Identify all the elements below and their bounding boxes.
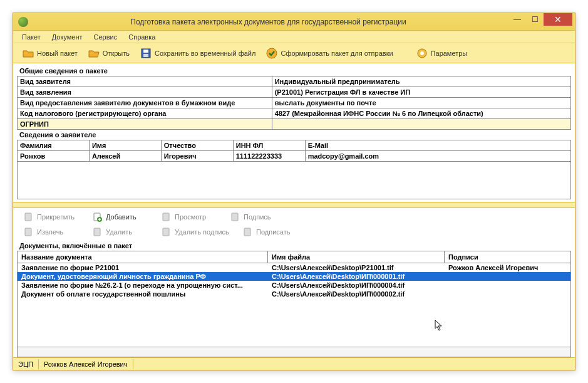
docs-list[interactable]: Заявление по форме Р21001C:\Users\Алексе…	[18, 263, 570, 347]
col-filename[interactable]: Имя файла	[268, 251, 445, 263]
cell-middlename: Игоревич	[161, 151, 233, 162]
svg-rect-1	[143, 50, 148, 53]
col-lastname[interactable]: Фамилия	[18, 140, 90, 151]
params-button[interactable]: Параметры	[411, 46, 473, 61]
delete-icon	[91, 226, 103, 238]
btn-label: Прикрепить	[37, 213, 75, 221]
delete-sign-icon	[160, 226, 172, 238]
add-button[interactable]: Добавить	[86, 209, 155, 224]
svg-rect-10	[232, 213, 238, 221]
btn-label: Удалить	[106, 228, 132, 236]
toolbar-label: Открыть	[103, 50, 130, 57]
cell-lastname: Рожков	[18, 151, 90, 162]
general-value: 4827 (Межрайонная ИФНС России № 6 по Лип…	[272, 108, 570, 119]
maximize-button[interactable]: ☐	[526, 13, 544, 26]
col-inn[interactable]: ИНН ФЛ	[233, 140, 305, 151]
doc-name: Документ об оплате государственной пошли…	[18, 290, 268, 298]
row-tax-code[interactable]: Код налогового (регистрирующего) органа4…	[18, 108, 571, 119]
view-icon	[160, 211, 172, 223]
main-toolbar: Новый пакет Открыть Сохранить во временн…	[13, 43, 575, 63]
dosign-icon	[241, 226, 254, 238]
svg-rect-9	[163, 213, 169, 221]
btn-label: Добавить	[106, 213, 137, 221]
svg-rect-12	[94, 228, 100, 236]
row-ogrnip[interactable]: ОГРНИП	[18, 119, 571, 130]
docs-panel: Название документа Имя файла Подписи Зая…	[17, 251, 571, 357]
dosign-button[interactable]: Подписать	[236, 224, 305, 239]
menu-document[interactable]: Документ	[47, 32, 88, 42]
col-firstname[interactable]: Имя	[89, 140, 161, 151]
doc-sign: Рожков Алексей Игоревич	[445, 263, 570, 272]
window-title: Подготовка пакета электронных документов…	[28, 18, 508, 26]
floppy-save-icon	[140, 47, 152, 60]
extract-button[interactable]: Извлечь	[17, 224, 86, 239]
btn-label: Удалить подпись	[175, 228, 229, 236]
cell-firstname: Алексей	[89, 151, 161, 162]
toolbar-label: Сохранить во временный файл	[155, 50, 255, 57]
content-area: Общие сведения о пакете Вид заявителяИнд…	[13, 63, 575, 357]
row-applicant-type[interactable]: Вид заявителяИндивидуальный предпринимат…	[18, 76, 571, 87]
doc-row[interactable]: Документ, удостоверяющий личность гражда…	[18, 272, 570, 281]
applicant-empty-area	[17, 162, 571, 199]
btn-label: Подписать	[256, 228, 290, 236]
minimize-button[interactable]: —	[508, 13, 526, 26]
menu-help[interactable]: Справка	[123, 32, 160, 42]
titlebar[interactable]: Подготовка пакета электронных документов…	[13, 13, 575, 31]
general-value: Индивидуальный предприниматель	[272, 76, 570, 87]
applicant-title: Сведения о заявителе	[17, 130, 571, 140]
open-button[interactable]: Открыть	[83, 46, 135, 61]
col-email[interactable]: E-Mail	[305, 140, 570, 151]
sign-icon	[229, 211, 241, 223]
svg-rect-13	[163, 228, 169, 236]
col-docname[interactable]: Название документа	[18, 251, 268, 263]
btn-label: Просмотр	[175, 213, 206, 221]
applicant-row[interactable]: Рожков Алексей Игоревич 111122223333 mad…	[18, 151, 571, 162]
general-label: Вид заявления	[18, 87, 272, 98]
applicant-table: Фамилия Имя Отчество ИНН ФЛ E-Mail Рожко…	[17, 140, 571, 162]
doc-row[interactable]: Заявление по форме Р21001C:\Users\Алексе…	[18, 263, 570, 272]
menu-service[interactable]: Сервис	[89, 32, 123, 42]
btn-label: Подпись	[244, 213, 271, 221]
doc-file: C:\Users\Алексей\Desktop\P21001.tif	[268, 263, 445, 272]
col-signs[interactable]: Подписи	[445, 251, 570, 263]
doc-file: C:\Users\Алексей\Desktop\ИП\000004.tif	[268, 281, 445, 290]
folder-new-icon	[22, 47, 34, 60]
docs-title: Документы, включённые в пакет	[17, 241, 571, 251]
view-button[interactable]: Просмотр	[155, 209, 224, 224]
col-middlename[interactable]: Отчество	[161, 140, 233, 151]
window-buttons: — ☐ ✕	[508, 13, 572, 26]
svg-rect-14	[244, 228, 250, 236]
svg-point-5	[420, 51, 424, 55]
attach-icon	[22, 211, 34, 223]
close-button[interactable]: ✕	[544, 13, 572, 26]
svg-rect-2	[143, 54, 148, 57]
sign-button[interactable]: Подпись	[224, 209, 292, 224]
svg-rect-11	[25, 228, 31, 236]
form-pack-button[interactable]: Сформировать пакет для отправки	[260, 46, 398, 61]
general-value	[272, 119, 570, 130]
doc-row[interactable]: Заявление по форме №26.2-1 (о переходе н…	[18, 281, 570, 290]
statusbar: ЭЦП Рожков Алексей Игоревич	[13, 357, 575, 370]
docs-header: Название документа Имя файла Подписи	[18, 251, 570, 263]
delete-button[interactable]: Удалить	[86, 224, 155, 239]
doc-name: Заявление по форме Р21001	[18, 263, 268, 272]
status-ecp: ЭЦП	[13, 359, 39, 369]
extract-icon	[22, 226, 34, 238]
menu-pack[interactable]: Пакет	[17, 32, 46, 42]
attach-button[interactable]: Прикрепить	[17, 209, 86, 224]
row-application-type[interactable]: Вид заявления(Р21001) Регистрация ФЛ в к…	[18, 87, 571, 98]
svg-rect-6	[25, 213, 31, 221]
new-pack-button[interactable]: Новый пакет	[17, 46, 83, 61]
app-window: Подготовка пакета электронных документов…	[13, 13, 575, 370]
general-label: ОГРНИП	[18, 119, 272, 130]
doc-sign	[445, 281, 570, 290]
save-temp-button[interactable]: Сохранить во временный файл	[135, 46, 260, 61]
check-circle-icon	[266, 47, 278, 60]
toolbar-label: Новый пакет	[37, 50, 78, 57]
delete-sign-button[interactable]: Удалить подпись	[155, 224, 236, 239]
docs-scrollbar[interactable]	[18, 347, 570, 357]
general-label: Вид заявителя	[18, 76, 272, 87]
cell-inn: 111122223333	[233, 151, 305, 162]
row-delivery-type[interactable]: Вид предоставления заявителю документов …	[18, 98, 571, 108]
doc-row[interactable]: Документ об оплате государственной пошли…	[18, 290, 570, 298]
